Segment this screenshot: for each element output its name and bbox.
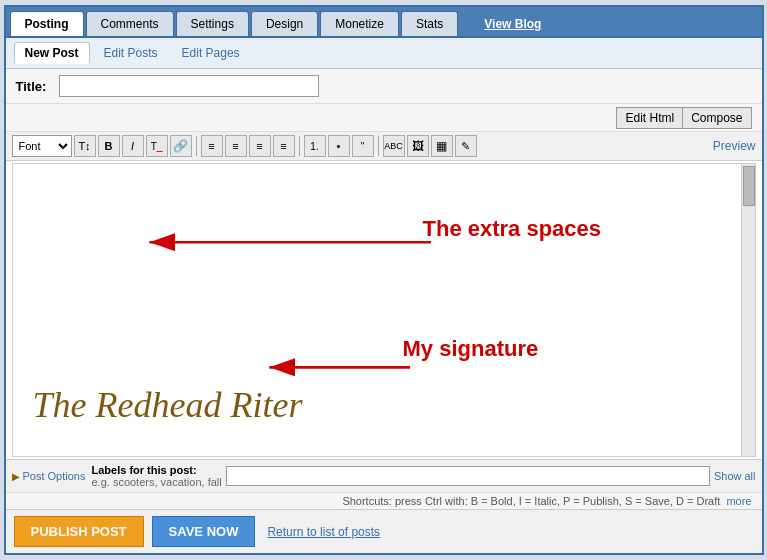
title-label: Title: <box>16 79 51 94</box>
font-color-button[interactable]: T_ <box>146 135 168 157</box>
tab-comments[interactable]: Comments <box>86 11 174 36</box>
spellcheck-button[interactable]: ABC <box>383 135 405 157</box>
signature-annotation: My signature <box>403 336 539 362</box>
edit-html-button[interactable]: Edit Html <box>616 107 683 129</box>
italic-button[interactable]: I <box>122 135 144 157</box>
editor-toolbar: Font T↕ B I T_ 🔗 ≡ ≡ ≡ ≡ 1. • " ABC 🖼 ▦ … <box>6 132 762 161</box>
post-options-link[interactable]: ▶ Post Options <box>12 470 86 482</box>
shortcuts-text: Shortcuts: press Ctrl with: B = Bold, I … <box>342 495 720 507</box>
action-buttons: PUBLISH POST SAVE NOW Return to list of … <box>6 509 762 553</box>
labels-input[interactable] <box>226 466 710 486</box>
blockquote-button[interactable]: " <box>352 135 374 157</box>
show-all-link[interactable]: Show all <box>714 470 756 482</box>
tab-monetize[interactable]: Monetize <box>320 11 399 36</box>
extra-spaces-annotation: The extra spaces <box>423 216 602 242</box>
shortcuts-bar: Shortcuts: press Ctrl with: B = Bold, I … <box>6 492 762 509</box>
subtab-edit-posts[interactable]: Edit Posts <box>94 43 168 63</box>
tab-design[interactable]: Design <box>251 11 318 36</box>
clear-format-button[interactable]: ✎ <box>455 135 477 157</box>
title-input[interactable] <box>59 75 319 97</box>
tab-posting[interactable]: Posting <box>10 11 84 36</box>
post-options-label: Post Options <box>23 470 86 482</box>
toolbar-separator-1 <box>196 136 197 156</box>
title-row: Title: <box>6 69 762 104</box>
return-to-list-link[interactable]: Return to list of posts <box>267 525 380 539</box>
align-right-button[interactable]: ≡ <box>249 135 271 157</box>
toolbar-separator-3 <box>378 136 379 156</box>
justify-button[interactable]: ≡ <box>273 135 295 157</box>
main-window: Posting Comments Settings Design Monetiz… <box>4 5 764 555</box>
bottom-bar: ▶ Post Options Labels for this post: e.g… <box>6 459 762 492</box>
more-link[interactable]: more <box>726 495 751 507</box>
subtab-new-post[interactable]: New Post <box>14 42 90 64</box>
view-blog-link[interactable]: View Blog <box>470 12 555 36</box>
edit-compose-row: Edit Html Compose <box>6 104 762 132</box>
editor-area[interactable]: The extra spaces My signature The Redhea… <box>12 163 756 457</box>
tab-stats[interactable]: Stats <box>401 11 458 36</box>
tab-settings[interactable]: Settings <box>176 11 249 36</box>
labels-title: Labels for this post: e.g. scooters, vac… <box>91 464 221 488</box>
bold-button[interactable]: B <box>98 135 120 157</box>
align-left-button[interactable]: ≡ <box>201 135 223 157</box>
labels-section: Labels for this post: e.g. scooters, vac… <box>91 464 755 488</box>
align-center-button[interactable]: ≡ <box>225 135 247 157</box>
labels-example-text: e.g. scooters, vacation, fall <box>91 476 221 488</box>
preview-link[interactable]: Preview <box>713 139 756 153</box>
save-now-button[interactable]: SAVE NOW <box>152 516 256 547</box>
subtab-edit-pages[interactable]: Edit Pages <box>172 43 250 63</box>
editor-scrollbar-thumb[interactable] <box>743 166 755 206</box>
font-select[interactable]: Font <box>12 135 72 157</box>
top-navigation: Posting Comments Settings Design Monetiz… <box>6 7 762 38</box>
editor-scrollbar[interactable] <box>741 164 755 456</box>
signature-content: The Redhead Riter <box>33 384 303 426</box>
image-button[interactable]: 🖼 <box>407 135 429 157</box>
video-button[interactable]: ▦ <box>431 135 453 157</box>
compose-button[interactable]: Compose <box>683 107 751 129</box>
labels-title-text: Labels for this post: <box>91 464 221 476</box>
unordered-list-button[interactable]: • <box>328 135 350 157</box>
post-options-arrow-icon: ▶ <box>12 471 20 482</box>
link-button[interactable]: 🔗 <box>170 135 192 157</box>
sub-navigation: New Post Edit Posts Edit Pages <box>6 38 762 69</box>
toolbar-separator-2 <box>299 136 300 156</box>
ordered-list-button[interactable]: 1. <box>304 135 326 157</box>
text-size-button[interactable]: T↕ <box>74 135 96 157</box>
publish-post-button[interactable]: PUBLISH POST <box>14 516 144 547</box>
